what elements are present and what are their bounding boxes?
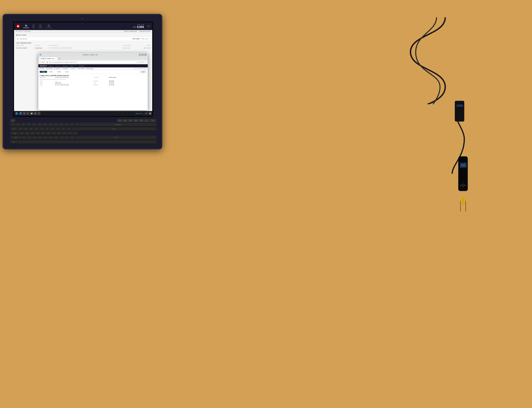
back-nav-icon[interactable]: ‹ — [39, 61, 40, 64]
key-8[interactable]: 8 — [53, 123, 58, 127]
key-s[interactable]: S — [25, 131, 30, 135]
pgup-key[interactable]: PgUp — [133, 119, 138, 122]
address-bar[interactable]: 🔒 kraken.com/u/history/ledger-Ph4-LQ4SMR… — [45, 61, 137, 64]
key-comma[interactable]: , — [59, 136, 64, 140]
see-all-ops-button[interactable]: SEE ALL OPERATIONS — [124, 31, 137, 32]
key-f[interactable]: F — [35, 131, 40, 135]
taskbar-app1-icon[interactable]: ◉ — [34, 112, 37, 115]
tab-trade[interactable]: ⊞ Trade — [40, 68, 44, 69]
key-k[interactable]: K — [57, 131, 62, 135]
del-key[interactable]: Del — [150, 119, 156, 122]
key-6[interactable]: 6 — [43, 123, 48, 127]
forward-nav-icon[interactable]: › — [41, 61, 42, 64]
key-5[interactable]: 5 — [37, 123, 42, 127]
key-j[interactable]: J — [51, 131, 56, 135]
notification-button[interactable]: 🔔 — [149, 112, 151, 115]
lshift-key[interactable]: Shift — [10, 136, 21, 140]
esc-key[interactable]: Esc — [10, 119, 15, 122]
ins-key[interactable]: Ins — [144, 119, 149, 122]
menu-icon[interactable]: ≡ — [141, 61, 141, 63]
key-semicolon[interactable]: ; — [68, 131, 73, 135]
key-v[interactable]: V — [37, 136, 42, 140]
alt-key[interactable]: Alt — [10, 140, 17, 144]
key-slash[interactable]: / — [70, 136, 75, 140]
key-x[interactable]: X — [27, 136, 32, 140]
tab-trades[interactable]: Trades — [56, 71, 63, 73]
home-key[interactable]: Home — [123, 119, 128, 122]
active-tab[interactable]: €2,406.50 - Kraken - His ✕ — [39, 57, 58, 60]
key-q[interactable]: Q — [18, 127, 23, 131]
key-2[interactable]: 2 — [21, 123, 26, 127]
more-icon[interactable]: ⋯ — [145, 61, 147, 63]
tab-security[interactable]: 🔒 Security — [54, 68, 60, 69]
nav-exchange[interactable]: ⇌ EXCHANGE — [46, 24, 52, 28]
key-r[interactable]: R — [34, 127, 39, 131]
key-l[interactable]: L — [62, 131, 67, 135]
caps-key[interactable]: Caps — [10, 131, 19, 135]
key-u[interactable]: U — [50, 127, 55, 131]
key-n[interactable]: N — [48, 136, 53, 140]
nav-send[interactable]: ↑ SEND — [32, 24, 35, 28]
new-tab-button[interactable]: + — [58, 57, 62, 60]
enter-key[interactable]: Enter — [72, 127, 156, 131]
rshift-key[interactable]: Shift — [75, 136, 156, 140]
prtscn-key[interactable]: PrtScn — [117, 119, 122, 122]
key-equals[interactable]: = — [75, 123, 80, 127]
taskbar-search-icon[interactable]: 🔍 — [19, 112, 22, 115]
key-a[interactable]: A — [19, 131, 24, 135]
refresh-icon[interactable]: ↻ — [42, 61, 44, 63]
key-t[interactable]: T — [39, 127, 44, 131]
tab-close-icon[interactable]: ✕ — [55, 58, 56, 60]
taskbar-task-view[interactable]: ⧉ — [23, 112, 26, 115]
key-4[interactable]: 4 — [32, 123, 37, 127]
tab-key[interactable]: Tab — [10, 127, 17, 131]
end-key[interactable]: End — [128, 119, 133, 122]
key-y[interactable]: Y — [45, 127, 50, 131]
pgdn-key[interactable]: PgDn — [139, 119, 144, 122]
key-b[interactable]: B — [43, 136, 48, 140]
minimize-button[interactable]: ─ — [139, 53, 141, 56]
key-c[interactable]: C — [32, 136, 37, 140]
tab-get-verified[interactable]: ✓ Get Verified — [77, 68, 85, 69]
key-1[interactable]: 1 — [16, 123, 21, 127]
start-button[interactable] — [15, 111, 19, 115]
key-backtick[interactable]: ~ — [10, 123, 15, 127]
key-9[interactable]: 9 — [59, 123, 64, 127]
key-g[interactable]: G — [41, 131, 46, 135]
star-icon[interactable]: ☆ — [138, 61, 140, 63]
key-0[interactable]: 0 — [64, 123, 69, 127]
key-period[interactable]: . — [64, 136, 69, 140]
tab-export[interactable]: Export — [64, 71, 70, 73]
key-z[interactable]: Z — [21, 136, 26, 140]
tab-funding[interactable]: 💳 Funding — [46, 68, 52, 69]
close-button[interactable]: ✕ — [144, 53, 147, 56]
tab-mtgox[interactable]: MtGox Claim — [86, 68, 93, 69]
key-m[interactable]: M — [54, 136, 58, 140]
nav-accounts[interactable]: ◉ ACCOUNTS — [23, 24, 29, 28]
key-e[interactable]: E — [29, 127, 33, 131]
back-button[interactable]: ‹ Back — [140, 71, 146, 73]
key-7[interactable]: 7 — [48, 123, 53, 127]
key-d[interactable]: D — [30, 131, 35, 135]
share-icon[interactable]: ↗ — [142, 61, 144, 63]
taskbar-edge-icon[interactable]: e — [26, 112, 30, 115]
key-quote[interactable]: " — [73, 131, 78, 135]
key-w[interactable]: W — [23, 127, 28, 131]
nav-receive[interactable]: ↓ RECEIVE — [38, 24, 43, 28]
taskbar-app2-icon[interactable]: ⬛ — [37, 112, 41, 115]
tab-history[interactable]: 📋 History — [70, 68, 75, 69]
key-p[interactable]: P — [66, 127, 71, 131]
maximize-button[interactable]: □ — [141, 53, 144, 56]
backspace-key[interactable]: Backspace — [80, 123, 156, 127]
key-minus[interactable]: - — [70, 123, 75, 127]
tab-orders[interactable]: Orders — [48, 71, 55, 73]
trading-pair[interactable]: XBT/EUR ▾ — [40, 65, 47, 67]
sync-icon[interactable]: ↻ — [147, 25, 150, 28]
tab-ledger[interactable]: Ledger — [40, 71, 47, 73]
taskbar-explorer-icon[interactable]: 📁 — [30, 112, 33, 115]
key-o[interactable]: O — [61, 127, 66, 131]
key-3[interactable]: 3 — [26, 123, 31, 127]
add-account-button[interactable]: + ADD AN ACCOUNT — [139, 31, 150, 32]
tab-settings[interactable]: ⚙ Settings — [62, 68, 68, 69]
key-h[interactable]: H — [46, 131, 51, 135]
